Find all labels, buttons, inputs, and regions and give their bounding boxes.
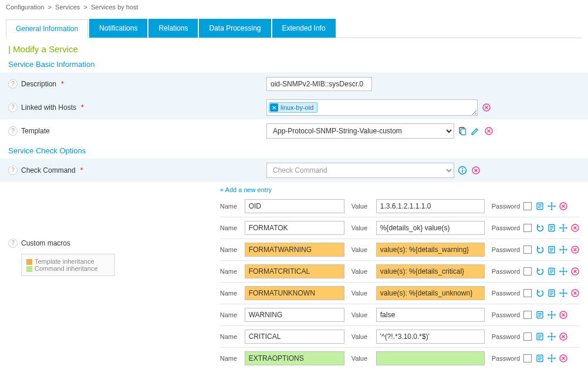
macro-actions [535, 245, 580, 254]
revert-icon[interactable] [535, 267, 545, 276]
section-basic-information: Service Basic Information [0, 56, 588, 72]
macro-value-input[interactable] [376, 308, 485, 322]
breadcrumb-link-2[interactable]: Services by host [91, 4, 138, 11]
copy-template-icon[interactable] [458, 126, 467, 136]
macro-name-input[interactable] [245, 221, 344, 235]
template-select[interactable]: App-Protocol-SNMP-String-Value-custom [266, 123, 454, 139]
password-checkbox[interactable] [523, 289, 532, 297]
description-icon[interactable] [547, 288, 556, 298]
breadcrumb-link-1[interactable]: Services [55, 4, 80, 11]
move-icon[interactable] [547, 354, 556, 363]
macro-value-input[interactable] [376, 351, 485, 365]
svg-rect-10 [462, 170, 462, 173]
password-checkbox[interactable] [523, 311, 532, 319]
help-icon[interactable]: ? [8, 166, 18, 175]
revert-icon[interactable] [535, 223, 545, 233]
revert-icon[interactable] [535, 288, 545, 298]
description-icon[interactable] [535, 332, 545, 341]
help-icon[interactable]: ? [8, 238, 18, 248]
check-command-select[interactable]: Check Command [266, 163, 454, 178]
macro-value-input[interactable] [376, 330, 485, 344]
macro-name-input[interactable] [245, 243, 344, 257]
edit-template-icon[interactable] [471, 126, 480, 136]
macro-row: NameValuePassword [220, 325, 580, 347]
move-icon[interactable] [559, 267, 568, 276]
help-icon[interactable]: ? [8, 126, 18, 136]
password-checkbox[interactable] [523, 246, 532, 254]
tab-data-processing[interactable]: Data Processing [199, 19, 271, 38]
move-icon[interactable] [559, 223, 568, 233]
password-checkbox[interactable] [523, 202, 532, 210]
remove-tag-icon[interactable]: ✕ [270, 103, 278, 112]
clear-template-icon[interactable] [484, 126, 494, 136]
description-icon[interactable] [535, 201, 545, 211]
macro-value-input[interactable] [376, 264, 485, 278]
delete-icon[interactable] [570, 223, 580, 233]
password-checkbox[interactable] [523, 332, 532, 341]
password-checkbox[interactable] [523, 354, 532, 362]
macro-password-label: Password [492, 355, 520, 362]
required-marker: * [80, 166, 83, 174]
macro-value-label: Value [352, 224, 373, 231]
revert-icon[interactable] [535, 245, 545, 254]
help-icon[interactable]: ? [8, 79, 18, 89]
svg-rect-4 [461, 129, 466, 135]
description-icon[interactable] [535, 310, 545, 320]
tab-notifications[interactable]: Notifications [89, 19, 147, 38]
macro-value-input[interactable] [376, 286, 485, 300]
macro-name-input[interactable] [245, 330, 344, 344]
breadcrumb-link-0[interactable]: Configuration [6, 4, 44, 11]
delete-icon[interactable] [559, 310, 568, 320]
macro-value-label: Value [352, 246, 373, 253]
description-icon[interactable] [547, 267, 556, 276]
delete-icon[interactable] [570, 267, 580, 276]
password-checkbox[interactable] [523, 267, 532, 276]
move-icon[interactable] [547, 310, 556, 320]
macro-actions [535, 354, 568, 363]
move-icon[interactable] [547, 332, 556, 341]
template-label: Template [21, 127, 50, 135]
page-title: | Modify a Service [0, 38, 588, 56]
macro-name-input[interactable] [245, 264, 344, 278]
macro-value-label: Value [352, 311, 373, 318]
tab-general-information[interactable]: General Information [6, 19, 88, 38]
add-macro-link[interactable]: + Add a new entry [220, 186, 272, 196]
inheritance-legend: Template inheritance Command inheritance [21, 254, 115, 276]
tab-bar: General Information Notifications Relati… [6, 19, 582, 38]
macro-name-label: Name [220, 224, 241, 231]
move-icon[interactable] [559, 245, 568, 254]
macro-password-label: Password [492, 311, 520, 318]
macro-actions [535, 267, 580, 276]
macro-value-input[interactable] [376, 243, 485, 257]
description-icon[interactable] [547, 223, 556, 233]
move-icon[interactable] [559, 288, 568, 298]
macro-name-input[interactable] [245, 308, 344, 322]
tab-relations[interactable]: Relations [148, 19, 198, 38]
delete-icon[interactable] [570, 245, 580, 254]
description-input[interactable] [266, 77, 372, 91]
clear-command-icon[interactable] [471, 165, 481, 176]
info-icon[interactable] [458, 166, 467, 175]
row-check-command: ? Check Command* Check Command [0, 159, 588, 182]
macro-name-input[interactable] [245, 351, 344, 365]
macro-name-input[interactable] [245, 286, 344, 300]
delete-icon[interactable] [559, 201, 568, 211]
description-icon[interactable] [535, 354, 545, 363]
macro-value-input[interactable] [376, 199, 485, 213]
tab-extended-info[interactable]: Extended Info [272, 19, 336, 38]
macro-name-label: Name [220, 333, 241, 340]
delete-icon[interactable] [570, 288, 580, 298]
move-icon[interactable] [547, 201, 556, 211]
password-checkbox[interactable] [523, 224, 532, 232]
linked-hosts-input[interactable]: ✕ linux-by-oid [266, 99, 478, 116]
required-marker: * [61, 80, 64, 88]
macro-value-input[interactable] [376, 221, 485, 235]
help-icon[interactable]: ? [8, 103, 18, 112]
macro-name-input[interactable] [245, 199, 344, 213]
breadcrumb: Configuration > Services > Services by h… [0, 0, 588, 14]
delete-icon[interactable] [559, 354, 568, 363]
clear-hosts-icon[interactable] [481, 102, 492, 113]
delete-icon[interactable] [559, 332, 568, 341]
description-icon[interactable] [547, 245, 556, 254]
legend-template-label: Template inheritance [35, 258, 94, 265]
